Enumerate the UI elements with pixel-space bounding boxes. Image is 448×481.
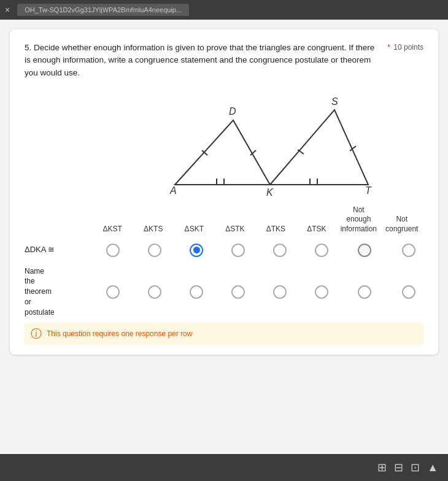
radio-skt[interactable] [190,244,203,257]
radio-kst[interactable] [106,244,120,257]
radio-stk[interactable] [231,244,245,257]
browser-tab[interactable]: OH_Tw-SQ1D2vGg31JYljWPA2BmfmluA4neequip.… [17,4,189,16]
th-radio-not-enough[interactable] [358,285,371,299]
th-radio-tsk[interactable] [315,285,328,299]
col-header-not-congruent: Not congruent [380,215,423,234]
col-header-tks: ΔTKS [255,225,296,234]
radio-not-congruent[interactable] [402,244,415,257]
th-radio-kst[interactable] [106,285,120,299]
row-theorem-options [92,285,431,299]
radio-not-enough[interactable] [358,244,371,257]
answer-grid: ΔKST ΔKTS ΔSKT ΔSTK ΔTKS ΔTSK Not enough… [25,206,423,345]
th-option-tsk[interactable] [301,285,342,299]
column-headers: ΔKST ΔKTS ΔSKT ΔSTK ΔTKS ΔTSK Not enough… [92,206,423,237]
required-star: * [387,43,390,52]
th-radio-not-congruent[interactable] [402,285,415,299]
question-header: 5. Decide whether enough information is … [25,42,423,79]
th-radio-kts[interactable] [148,285,161,299]
option-kts[interactable] [134,244,176,257]
warning-text: This question requires one response per … [47,329,192,338]
th-option-not-congruent[interactable] [387,285,431,299]
option-tks[interactable] [259,244,301,257]
option-kst[interactable] [92,244,134,257]
th-radio-tks[interactable] [273,285,287,299]
col-header-not-enough: Not enough information [337,206,380,234]
grid-icon[interactable]: ⊞ [377,461,387,474]
question-card: 5. Decide whether enough information is … [10,29,438,355]
row-dka-options [92,244,431,257]
points-badge: * 10 points [387,42,423,52]
bottom-bar: ⊞ ⊟ ⊡ ▲ [0,454,448,481]
radio-tsk[interactable] [315,244,328,257]
col-header-kst: ΔKST [92,225,133,234]
label-d: D [229,106,236,117]
excel-icon[interactable]: ⊟ [394,461,403,474]
option-tsk[interactable] [301,244,342,257]
option-not-congruent[interactable] [387,244,431,257]
th-radio-stk[interactable] [231,285,245,299]
back-icon[interactable]: ▲ [427,461,438,474]
radio-kts[interactable] [148,244,161,257]
col-header-tsk: ΔTSK [296,225,338,234]
option-skt[interactable] [176,244,217,257]
th-option-skt[interactable] [176,285,217,299]
option-not-enough[interactable] [342,244,387,257]
close-icon[interactable]: × [5,5,10,15]
col-header-kts: ΔKTS [133,225,174,234]
browser-bar: × OH_Tw-SQ1D2vGg31JYljWPA2BmfmluA4neequi… [0,0,448,20]
row-dka-label: ΔDKA ≅ [25,244,92,255]
th-option-tks[interactable] [259,285,301,299]
row-theorem: Name the theorem or postulate [25,266,423,318]
question-text: 5. Decide whether enough information is … [25,42,380,79]
col-header-stk: ΔSTK [215,225,256,234]
label-t: T [365,185,372,196]
powerpoint-icon[interactable]: ⊡ [411,461,420,474]
option-stk[interactable] [217,244,259,257]
radio-tks[interactable] [273,244,287,257]
label-k: K [266,187,274,198]
points-label: 10 points [393,43,423,52]
question-body: Decide whether enough information is giv… [25,43,374,77]
th-option-stk[interactable] [217,285,259,299]
th-option-kts[interactable] [134,285,176,299]
warning-icon: ⓘ [31,326,42,341]
svg-marker-0 [175,120,270,185]
th-radio-skt[interactable] [190,285,203,299]
warning-row: ⓘ This question requires one response pe… [25,323,423,345]
col-header-skt: ΔSKT [174,225,215,234]
diagram-area: D A K S T [25,87,423,203]
th-option-not-enough[interactable] [342,285,387,299]
th-option-kst[interactable] [92,285,134,299]
triangle-diagram: D A K S T [126,87,322,203]
question-number: 5. [25,43,31,52]
row-dka: ΔDKA ≅ [25,237,423,264]
row-theorem-label: Name the theorem or postulate [25,266,92,318]
label-s: S [331,96,338,107]
label-a: A [169,185,177,196]
